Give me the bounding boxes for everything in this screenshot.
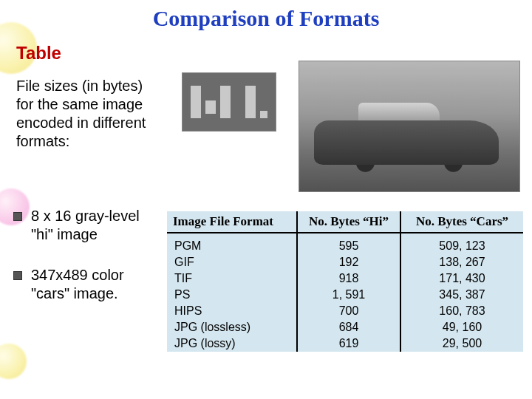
cell-hi: 918 xyxy=(297,270,400,287)
cell-hi: 619 xyxy=(297,335,400,352)
bullet-icon xyxy=(13,271,22,280)
cell-format: PGM xyxy=(167,233,297,254)
hi-glyph xyxy=(191,86,267,118)
cell-format: PS xyxy=(167,287,297,303)
list-item-label: 347x489 color "cars" image. xyxy=(31,267,124,301)
formats-table: Image File Format No. Bytes “Hi” No. Byt… xyxy=(167,211,523,352)
cell-cars: 49, 160 xyxy=(400,319,523,335)
page-title: Comparison of Formats xyxy=(0,6,532,31)
table-row: JPG (lossy) 619 29, 500 xyxy=(167,335,523,352)
section-subtitle: Table xyxy=(16,43,61,64)
list-item: 8 x 16 gray‑level "hi" image xyxy=(10,207,166,244)
cell-cars: 29, 500 xyxy=(400,335,523,352)
cell-cars: 509, 123 xyxy=(400,233,523,254)
cell-hi: 595 xyxy=(297,233,400,254)
intro-text: File sizes (in bytes) for the same image… xyxy=(16,77,164,151)
cell-hi: 684 xyxy=(297,319,400,335)
table-body: PGM 595 509, 123 GIF 192 138, 267 TIF 91… xyxy=(167,233,523,352)
table-row: PS 1, 591 345, 387 xyxy=(167,287,523,303)
cell-format: GIF xyxy=(167,254,297,270)
cell-format: JPG (lossless) xyxy=(167,319,297,335)
cell-format: HIPS xyxy=(167,303,297,319)
table-row: GIF 192 138, 267 xyxy=(167,254,523,270)
col-header-format: Image File Format xyxy=(167,211,297,233)
formats-table-container: Image File Format No. Bytes “Hi” No. Byt… xyxy=(167,211,523,352)
col-header-hi: No. Bytes “Hi” xyxy=(297,211,400,233)
table-row: PGM 595 509, 123 xyxy=(167,233,523,254)
hi-image-thumbnail xyxy=(182,72,276,132)
cell-cars: 160, 783 xyxy=(400,303,523,319)
bullet-icon xyxy=(13,212,22,221)
bullet-list: 8 x 16 gray‑level "hi" image 347x489 col… xyxy=(10,207,166,325)
cell-format: TIF xyxy=(167,270,297,287)
table-row: HIPS 700 160, 783 xyxy=(167,303,523,319)
col-header-cars: No. Bytes “Cars” xyxy=(400,211,523,233)
list-item-label: 8 x 16 gray‑level "hi" image xyxy=(31,208,140,242)
cell-hi: 192 xyxy=(297,254,400,270)
list-item: 347x489 color "cars" image. xyxy=(10,266,166,303)
decoration-circle xyxy=(0,344,27,379)
cell-hi: 700 xyxy=(297,303,400,319)
cell-cars: 138, 267 xyxy=(400,254,523,270)
cell-hi: 1, 591 xyxy=(297,287,400,303)
cell-cars: 345, 387 xyxy=(400,287,523,303)
table-row: TIF 918 171, 430 xyxy=(167,270,523,287)
table-header-row: Image File Format No. Bytes “Hi” No. Byt… xyxy=(167,211,523,233)
cell-cars: 171, 430 xyxy=(400,270,523,287)
cell-format: JPG (lossy) xyxy=(167,335,297,352)
table-row: JPG (lossless) 684 49, 160 xyxy=(167,319,523,335)
cars-image-thumbnail xyxy=(299,61,520,192)
